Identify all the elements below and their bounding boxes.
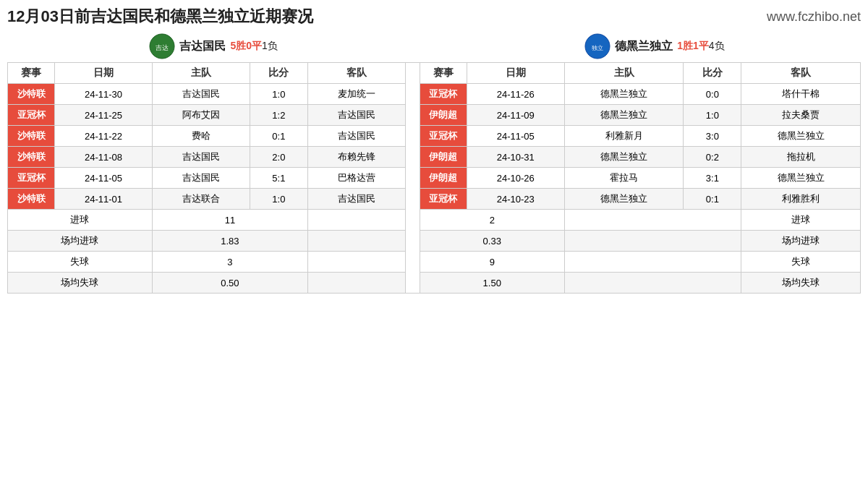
stats-value-right: 2 [420, 210, 564, 231]
left-team-record: 5胜0平1负 [230, 40, 277, 53]
left-date: 24-11-08 [55, 147, 153, 168]
left-league: 沙特联 [8, 189, 55, 210]
left-away: 吉达国民 [307, 189, 405, 210]
stats-label-right: 失球 [741, 252, 861, 273]
stats-spacer-left [307, 273, 405, 294]
right-score: 0:1 [684, 189, 741, 210]
right-team-name: 德黑兰独立 [615, 39, 673, 54]
right-away: 拖拉机 [741, 147, 861, 168]
right-col-away: 客队 [741, 63, 861, 84]
left-league: 沙特联 [8, 147, 55, 168]
stats-value-left: 3 [152, 252, 307, 273]
table-row: 沙特联 24-11-22 费哈 0:1 吉达国民 亚冠杯 24-11-05 利雅… [8, 126, 861, 147]
team-headers: 吉达 吉达国民 5胜0平1负 独立 德黑兰独立 1胜1平4负 [7, 33, 861, 59]
left-date: 24-11-22 [55, 126, 153, 147]
right-date: 24-11-26 [467, 84, 564, 105]
left-score: 1:0 [250, 84, 307, 105]
right-away: 拉夫桑贾 [741, 105, 861, 126]
left-col-date: 日期 [55, 63, 153, 84]
table-row: 亚冠杯 24-11-25 阿布艾因 1:2 吉达国民 伊朗超 24-11-09 … [8, 105, 861, 126]
left-score: 1:2 [250, 105, 307, 126]
stats-spacer-left [307, 210, 405, 231]
left-score: 0:1 [250, 126, 307, 147]
stats-label-left: 进球 [8, 210, 153, 231]
stats-label-right: 进球 [741, 210, 861, 231]
left-score: 1:0 [250, 189, 307, 210]
table-row: 沙特联 24-11-01 吉达联合 1:0 吉达国民 亚冠杯 24-10-23 … [8, 189, 861, 210]
right-away: 德黑兰独立 [741, 126, 861, 147]
left-away: 麦加统一 [307, 84, 405, 105]
right-score: 3:1 [684, 168, 741, 189]
left-col-score: 比分 [250, 63, 307, 84]
left-league: 亚冠杯 [8, 168, 55, 189]
left-team-logo: 吉达 [149, 33, 175, 59]
left-col-home: 主队 [152, 63, 250, 84]
right-score: 3:0 [684, 126, 741, 147]
left-date: 24-11-01 [55, 189, 153, 210]
right-home: 利雅新月 [564, 126, 684, 147]
left-date: 24-11-05 [55, 168, 153, 189]
stats-label-left: 场均失球 [8, 273, 153, 294]
website-label: www.fczhibo.net [767, 9, 861, 25]
right-home: 德黑兰独立 [564, 189, 684, 210]
header-row: 赛事 日期 主队 比分 客队 赛事 日期 主队 比分 客队 [8, 63, 861, 84]
left-col-league: 赛事 [8, 63, 55, 84]
right-col-score: 比分 [684, 63, 741, 84]
stats-label-right: 场均失球 [741, 273, 861, 294]
table-row: 沙特联 24-11-08 吉达国民 2:0 布赖先锋 伊朗超 24-10-31 … [8, 147, 861, 168]
right-date: 24-10-23 [467, 189, 564, 210]
stats-value-right: 9 [420, 252, 564, 273]
right-team-logo: 独立 [584, 33, 610, 59]
left-away: 巴格达营 [307, 168, 405, 189]
right-home: 德黑兰独立 [564, 105, 684, 126]
left-league: 沙特联 [8, 84, 55, 105]
right-league: 亚冠杯 [420, 84, 467, 105]
stats-spacer-right [564, 210, 741, 231]
page-title: 12月03日前吉达国民和德黑兰独立近期赛况 [7, 6, 313, 27]
right-home: 德黑兰独立 [564, 84, 684, 105]
right-col-home: 主队 [564, 63, 684, 84]
stats-row: 场均进球 1.83 0.33 场均进球 [8, 231, 861, 252]
left-league: 沙特联 [8, 126, 55, 147]
stats-label-left: 失球 [8, 252, 153, 273]
left-score: 5:1 [250, 168, 307, 189]
main-container: 12月03日前吉达国民和德黑兰独立近期赛况 www.fczhibo.net 吉达… [0, 0, 868, 299]
left-date: 24-11-30 [55, 84, 153, 105]
left-away: 吉达国民 [307, 126, 405, 147]
left-home: 阿布艾因 [152, 105, 250, 126]
stats-value-right: 1.50 [420, 273, 564, 294]
stats-label-right: 场均进球 [741, 231, 861, 252]
stats-value-left: 11 [152, 210, 307, 231]
stats-spacer-left [307, 252, 405, 273]
stats-spacer-right [564, 231, 741, 252]
left-home: 吉达国民 [152, 84, 250, 105]
left-home: 吉达联合 [152, 189, 250, 210]
right-team-header: 独立 德黑兰独立 1胜1平4负 [448, 33, 861, 59]
stats-row: 失球 3 9 失球 [8, 252, 861, 273]
right-league: 亚冠杯 [420, 189, 467, 210]
right-score: 1:0 [684, 105, 741, 126]
top-header: 12月03日前吉达国民和德黑兰独立近期赛况 www.fczhibo.net [7, 6, 861, 27]
table-row: 亚冠杯 24-11-05 吉达国民 5:1 巴格达营 伊朗超 24-10-26 … [8, 168, 861, 189]
right-away: 塔什干棉 [741, 84, 861, 105]
left-score: 2:0 [250, 147, 307, 168]
right-score: 0:2 [684, 147, 741, 168]
left-team-header: 吉达 吉达国民 5胜0平1负 [7, 33, 420, 59]
right-home: 德黑兰独立 [564, 147, 684, 168]
right-league: 伊朗超 [420, 168, 467, 189]
right-away: 利雅胜利 [741, 189, 861, 210]
right-col-league: 赛事 [420, 63, 467, 84]
stats-label-left: 场均进球 [8, 231, 153, 252]
left-away: 吉达国民 [307, 105, 405, 126]
svg-text:吉达: 吉达 [156, 44, 169, 51]
table-row: 沙特联 24-11-30 吉达国民 1:0 麦加统一 亚冠杯 24-11-26 … [8, 84, 861, 105]
stats-spacer-right [564, 273, 741, 294]
right-league: 伊朗超 [420, 147, 467, 168]
right-team-record: 1胜1平4负 [677, 40, 724, 53]
right-date: 24-10-31 [467, 147, 564, 168]
right-league: 亚冠杯 [420, 126, 467, 147]
stats-spacer-left [307, 231, 405, 252]
stats-value-left: 1.83 [152, 231, 307, 252]
right-home: 霍拉马 [564, 168, 684, 189]
left-team-name: 吉达国民 [179, 39, 226, 54]
